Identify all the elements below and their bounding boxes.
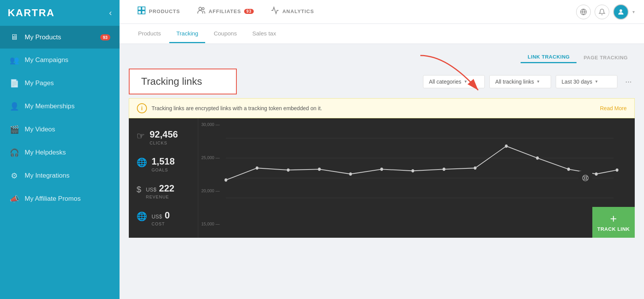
svg-point-5 — [202, 7, 204, 10]
svg-point-29 — [584, 177, 587, 179]
period-filter[interactable]: Last 30 days ▼ — [556, 75, 617, 88]
svg-point-23 — [505, 144, 507, 148]
goals-label: GOALS — [152, 168, 175, 172]
tracking-title: Tracking links — [129, 69, 237, 94]
main-content: PRODUCTS AFFILIATES 93 ANALYTICS — [120, 0, 644, 299]
avatar-dropdown-arrow[interactable]: ▾ — [632, 9, 635, 15]
tab-coupons[interactable]: Coupons — [207, 25, 244, 43]
svg-line-34 — [583, 179, 585, 180]
sidebar-item-my-memberships[interactable]: 👤 My Memberships — [0, 95, 120, 118]
svg-point-25 — [567, 168, 570, 171]
links-arrow-icon: ▼ — [536, 79, 540, 84]
analytics-nav-icon — [271, 6, 279, 17]
svg-point-4 — [199, 7, 202, 10]
globe-button[interactable] — [576, 5, 591, 19]
read-more-link[interactable]: Read More — [600, 105, 627, 111]
categories-arrow-icon: ▼ — [464, 79, 467, 84]
sidebar-item-my-products[interactable]: 🖥 My Products 93 — [0, 26, 120, 49]
svg-point-24 — [536, 156, 539, 160]
user-avatar[interactable] — [613, 4, 629, 20]
revenue-value: US$ 222 — [146, 183, 174, 194]
nav-right-actions: ▾ — [576, 4, 635, 20]
nav-products[interactable]: PRODUCTS — [129, 0, 189, 24]
chart-stats: ☞ 92,456 CLICKS 🌐 1,518 GOALS $ — [129, 118, 198, 238]
svg-rect-0 — [138, 7, 141, 10]
tab-tracking[interactable]: Tracking — [169, 25, 205, 43]
sidebar-item-label: My Products — [25, 34, 61, 41]
stat-goals: 🌐 1,518 GOALS — [137, 156, 190, 172]
memberships-icon: 👤 — [9, 102, 19, 111]
page-tracking-button[interactable]: PAGE TRACKING — [577, 52, 635, 63]
nav-affiliates[interactable]: AFFILIATES 93 — [189, 0, 262, 24]
nav-analytics-label: ANALYTICS — [282, 8, 314, 14]
cost-value: US$ 0 — [152, 210, 170, 221]
y-label-15000: 15,000 — — [201, 222, 220, 226]
svg-point-20 — [411, 169, 414, 172]
sub-tabs: Products Tracking Coupons Sales tax — [120, 24, 644, 44]
chart-graph: 30,000 — 25,000 — 20,000 — 15,000 — — [198, 118, 635, 238]
svg-rect-3 — [142, 10, 145, 13]
svg-rect-1 — [142, 7, 145, 10]
videos-icon: 🎬 — [9, 125, 19, 134]
sidebar-collapse-button[interactable]: ‹ — [109, 8, 112, 18]
info-icon: i — [137, 103, 147, 113]
sidebar-item-my-affiliate-promos[interactable]: 📣 My Affiliate Promos — [0, 187, 120, 210]
svg-point-14 — [224, 178, 227, 181]
tab-sales-tax[interactable]: Sales tax — [245, 25, 283, 43]
link-tracking-button[interactable]: LINK TRACKING — [521, 52, 577, 63]
period-filter-label: Last 30 days — [561, 79, 592, 85]
tracking-toggle: LINK TRACKING PAGE TRACKING — [129, 52, 635, 63]
svg-point-16 — [287, 168, 290, 171]
tab-products[interactable]: Products — [131, 25, 168, 43]
svg-rect-2 — [138, 10, 141, 13]
filter-more-button[interactable]: ··· — [622, 76, 635, 87]
sidebar-item-label: My Affiliate Promos — [25, 195, 81, 203]
links-filter[interactable]: All tracking links ▼ — [489, 75, 551, 88]
track-link-fab-button[interactable]: + TRACK LINK — [592, 207, 635, 238]
products-nav-icon — [137, 6, 146, 17]
sidebar-item-label: My Memberships — [25, 102, 74, 110]
svg-point-15 — [256, 166, 258, 170]
pages-icon: 📄 — [9, 79, 19, 88]
campaigns-icon: 👥 — [9, 55, 19, 65]
y-label-30000: 30,000 — — [201, 122, 220, 127]
svg-point-21 — [443, 168, 445, 171]
y-label-25000: 25,000 — — [201, 155, 220, 160]
sidebar-item-my-helpdesks[interactable]: 🎧 My Helpdesks — [0, 141, 120, 164]
goals-value: 1,518 — [152, 156, 175, 167]
sidebar-item-label: My Campaigns — [25, 56, 68, 64]
sidebar-item-label: My Videos — [25, 126, 55, 133]
links-filter-label: All tracking links — [495, 79, 534, 85]
top-navbar: PRODUCTS AFFILIATES 93 ANALYTICS — [120, 0, 644, 24]
sidebar-item-my-integrations[interactable]: ⚙ My Integrations — [0, 164, 120, 187]
sidebar-item-my-pages[interactable]: 📄 My Pages — [0, 72, 120, 95]
svg-point-18 — [349, 173, 352, 176]
stat-clicks: ☞ 92,456 CLICKS — [137, 129, 190, 145]
helpdesks-icon: 🎧 — [9, 148, 19, 157]
support-fab-button[interactable] — [578, 171, 592, 185]
clicks-label: CLICKS — [150, 141, 178, 145]
svg-point-22 — [474, 166, 476, 170]
fab-plus-icon: + — [610, 213, 617, 225]
cost-label: COST — [152, 222, 170, 226]
sidebar-item-label: My Pages — [25, 79, 54, 87]
sidebar-item-my-videos[interactable]: 🎬 My Videos — [0, 118, 120, 141]
nav-analytics[interactable]: ANALYTICS — [262, 0, 322, 24]
products-icon: 🖥 — [9, 33, 19, 42]
categories-filter[interactable]: All categories ▼ — [423, 75, 485, 88]
sidebar-nav: 🖥 My Products 93 👥 My Campaigns 📄 My Pag… — [0, 26, 120, 299]
sidebar-header: KARTRA ‹ — [0, 0, 120, 26]
integrations-icon: ⚙ — [9, 171, 19, 180]
fab-label: TRACK LINK — [597, 226, 630, 232]
sidebar-item-my-campaigns[interactable]: 👥 My Campaigns — [0, 49, 120, 72]
revenue-icon: $ — [137, 185, 141, 195]
svg-point-26 — [595, 173, 598, 176]
bell-button[interactable] — [595, 5, 609, 19]
filter-row: All categories ▼ All tracking links ▼ La… — [423, 75, 635, 88]
sidebar: KARTRA ‹ 🖥 My Products 93 👥 My Campaigns… — [0, 0, 120, 299]
svg-point-17 — [318, 168, 321, 171]
brand-logo: KARTRA — [8, 7, 55, 19]
tracking-header: Tracking links All categories ▼ All trac… — [129, 69, 635, 94]
goals-icon: 🌐 — [137, 158, 147, 168]
cost-icon: 🌐 — [137, 212, 147, 222]
